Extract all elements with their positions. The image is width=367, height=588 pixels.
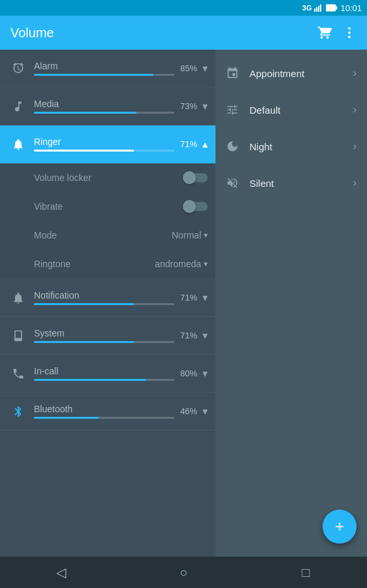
add-icon: +: [335, 517, 344, 536]
mode-option[interactable]: Mode Normal ▾: [0, 221, 215, 250]
home-button[interactable]: ○: [168, 557, 199, 588]
app-bar-actions: [317, 25, 357, 40]
back-button[interactable]: ◁: [46, 557, 77, 588]
default-label: Default: [244, 105, 353, 116]
vibrate-option[interactable]: Vibrate: [0, 192, 215, 221]
svg-point-7: [348, 31, 351, 34]
ringer-icon: [8, 138, 29, 151]
night-icon: [226, 140, 244, 153]
default-chevron-icon: ›: [353, 104, 357, 116]
in-call-chevron-icon: ▾: [202, 367, 208, 380]
system-row[interactable]: System 71% ▾: [0, 317, 215, 355]
in-call-bar: [34, 379, 146, 381]
ringtone-label: Ringtone: [34, 259, 155, 269]
profile-silent[interactable]: Silent ›: [215, 165, 367, 201]
media-content: Media: [29, 99, 174, 114]
ringtone-option[interactable]: Ringtone andromeda ▾: [0, 250, 215, 278]
alarm-percent: 85%: [174, 63, 197, 73]
media-percent: 73%: [174, 101, 197, 111]
svg-rect-1: [316, 7, 317, 12]
in-call-icon: [8, 367, 29, 380]
signal-icon: [314, 3, 323, 12]
system-bar-container: [34, 341, 174, 343]
notification-chevron-icon: ▾: [202, 291, 208, 304]
notification-content: Notification: [29, 290, 174, 305]
mode-label: Mode: [34, 230, 172, 240]
notification-bar: [34, 303, 134, 305]
time-display: 10:01: [340, 3, 362, 13]
system-label: System: [34, 328, 174, 338]
vibrate-track: [184, 202, 208, 211]
media-row[interactable]: Media 73% ▾: [0, 88, 215, 125]
right-panel: Appointment › Default › Night ›: [215, 50, 367, 557]
app-bar: Volume: [0, 16, 367, 50]
ringer-bar-container: [34, 150, 174, 152]
bluetooth-chevron-icon: ▾: [202, 405, 208, 417]
ringer-expanded-section: Volume locker Vibrate Mode N: [0, 163, 215, 279]
bluetooth-percent: 46%: [174, 406, 197, 416]
ringer-label: Ringer: [34, 137, 174, 147]
volume-locker-option[interactable]: Volume locker: [0, 163, 215, 192]
alarm-row[interactable]: Alarm 85% ▾: [0, 50, 215, 88]
svg-rect-2: [318, 6, 319, 12]
volume-locker-label: Volume locker: [34, 172, 184, 183]
volume-locker-toggle[interactable]: [184, 173, 208, 182]
media-chevron-icon: ▾: [202, 100, 208, 112]
bluetooth-row[interactable]: Bluetooth 46% ▾: [0, 393, 215, 431]
svg-rect-3: [320, 5, 321, 12]
system-content: System: [29, 328, 174, 343]
system-percent: 71%: [174, 331, 197, 340]
bluetooth-label: Bluetooth: [34, 404, 174, 414]
bluetooth-bar-container: [34, 417, 174, 419]
battery-icon: [326, 4, 338, 12]
media-icon: [8, 100, 29, 113]
volume-locker-thumb: [183, 171, 196, 184]
svg-rect-5: [336, 7, 338, 10]
in-call-row[interactable]: In-call 80% ▾: [0, 355, 215, 393]
add-fab[interactable]: +: [323, 510, 357, 544]
ringer-bar: [34, 150, 134, 152]
in-call-percent: 80%: [174, 368, 197, 378]
cart-icon[interactable]: [317, 25, 332, 40]
in-call-content: In-call: [29, 366, 174, 381]
status-bar: 3G 10:01: [0, 0, 367, 16]
bottom-nav: ◁ ○ □: [0, 557, 367, 588]
ringer-chevron-icon: ▴: [202, 138, 208, 150]
bluetooth-content: Bluetooth: [29, 404, 174, 419]
ringtone-dropdown-icon: ▾: [204, 259, 208, 269]
notification-row[interactable]: Notification 71% ▾: [0, 279, 215, 317]
mode-value: Normal: [172, 230, 201, 240]
profile-appointment[interactable]: Appointment ›: [215, 55, 367, 91]
profile-default[interactable]: Default ›: [215, 91, 367, 128]
silent-icon: [226, 176, 244, 189]
night-chevron-icon: ›: [353, 140, 357, 152]
vibrate-label: Vibrate: [34, 201, 184, 212]
profile-night[interactable]: Night ›: [215, 128, 367, 165]
left-panel: Alarm 85% ▾ Media 73% ▾: [0, 50, 215, 557]
vibrate-thumb: [183, 200, 196, 213]
notification-bar-container: [34, 303, 174, 305]
alarm-content: Alarm: [29, 61, 174, 76]
page-title: Volume: [10, 25, 317, 41]
notification-label: Notification: [34, 290, 174, 301]
recent-apps-button[interactable]: □: [290, 557, 321, 588]
more-vert-icon[interactable]: [342, 25, 357, 40]
mode-dropdown-icon: ▾: [204, 231, 208, 240]
system-chevron-icon: ▾: [202, 329, 208, 342]
svg-point-6: [348, 27, 351, 30]
appointment-icon: [226, 67, 244, 80]
alarm-label: Alarm: [34, 61, 174, 71]
ringer-content: Ringer: [29, 137, 174, 152]
main-content: Alarm 85% ▾ Media 73% ▾: [0, 50, 367, 557]
default-icon: [226, 103, 244, 116]
svg-rect-4: [326, 5, 336, 11]
network-indicator: 3G: [302, 4, 312, 12]
vibrate-toggle[interactable]: [184, 202, 208, 211]
ringer-percent: 71%: [174, 139, 197, 149]
appointment-label: Appointment: [244, 68, 353, 79]
silent-chevron-icon: ›: [353, 177, 357, 189]
in-call-bar-container: [34, 379, 174, 381]
ringer-row[interactable]: Ringer 71% ▴: [0, 125, 215, 163]
media-bar: [34, 112, 136, 114]
svg-point-8: [348, 36, 351, 39]
